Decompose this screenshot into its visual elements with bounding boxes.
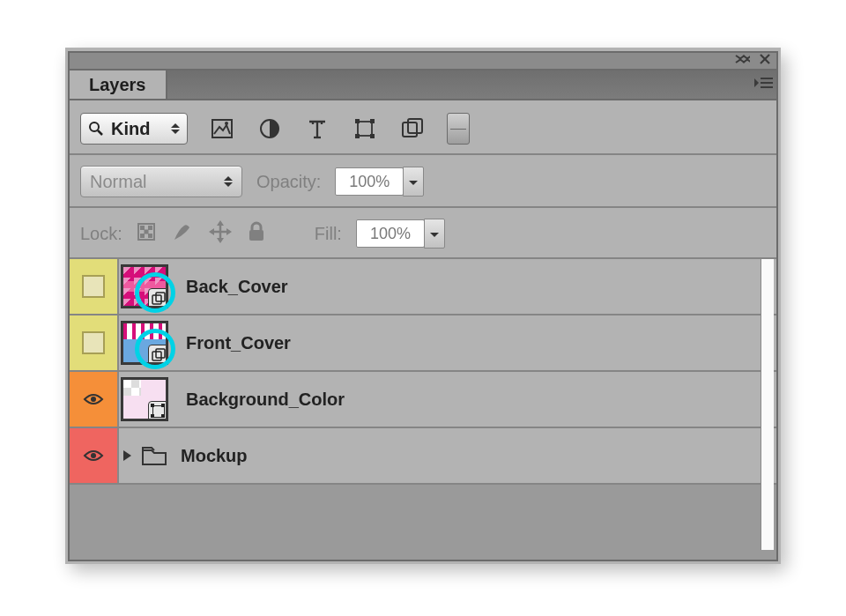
layer-visibility-toggle[interactable] <box>70 315 119 370</box>
blend-mode-dropdown[interactable]: Normal <box>80 166 242 197</box>
opacity-input[interactable]: 100% <box>335 167 424 197</box>
search-icon <box>81 121 111 137</box>
svg-point-44 <box>91 397 96 402</box>
group-disclosure-icon[interactable] <box>119 449 135 462</box>
svg-rect-42 <box>152 352 161 360</box>
svg-rect-25 <box>403 122 417 137</box>
svg-marker-36 <box>217 238 224 243</box>
layer-name[interactable]: Background_Color <box>186 390 345 410</box>
visibility-empty-icon <box>82 275 105 298</box>
svg-point-14 <box>90 122 99 131</box>
panel-menu-icon[interactable] <box>753 75 773 91</box>
svg-marker-46 <box>123 450 131 461</box>
filter-shape-icon[interactable] <box>352 115 378 142</box>
chevron-down-icon[interactable] <box>424 219 445 249</box>
tab-label: Layers <box>89 75 146 95</box>
fill-value: 100% <box>356 219 425 248</box>
shape-layer-badge-icon <box>148 401 167 420</box>
svg-rect-28 <box>140 226 145 230</box>
layer-row[interactable]: Background_Color <box>70 372 776 428</box>
layer-visibility-toggle[interactable] <box>70 428 119 483</box>
svg-marker-10 <box>754 78 759 87</box>
svg-rect-23 <box>355 134 360 138</box>
layer-name[interactable]: Back_Cover <box>186 277 288 297</box>
svg-rect-26 <box>408 119 422 133</box>
svg-rect-43 <box>156 349 165 358</box>
opacity-value: 100% <box>335 167 404 196</box>
svg-rect-30 <box>144 229 148 234</box>
svg-marker-35 <box>217 220 224 226</box>
filter-pixel-icon[interactable] <box>209 115 235 142</box>
svg-rect-40 <box>152 295 161 304</box>
filter-toggle[interactable] <box>447 113 470 145</box>
close-panel-icon[interactable] <box>757 51 773 67</box>
svg-point-45 <box>91 453 96 458</box>
layer-list: Back_Cover <box>70 259 776 485</box>
panel-tabstrip: Layers <box>70 71 776 100</box>
fill-label: Fill: <box>315 224 342 244</box>
layer-thumbnail[interactable] <box>122 322 167 364</box>
filter-adjustment-icon[interactable] <box>256 115 283 142</box>
filter-kind-dropdown[interactable]: Kind <box>80 113 188 145</box>
blend-mode-value: Normal <box>90 172 146 192</box>
layers-panel: Layers <box>65 48 781 564</box>
layer-name[interactable]: Front_Cover <box>186 333 291 353</box>
collapse-panel-icon[interactable] <box>734 51 750 67</box>
layer-name[interactable]: Mockup <box>181 446 248 466</box>
svg-marker-38 <box>226 228 232 235</box>
eye-icon <box>83 449 104 463</box>
svg-rect-24 <box>370 134 375 138</box>
layer-row[interactable]: Back_Cover <box>70 259 776 315</box>
svg-rect-31 <box>140 234 145 238</box>
svg-line-7 <box>739 59 745 63</box>
svg-rect-22 <box>370 119 375 123</box>
scrollbar[interactable] <box>761 259 774 550</box>
updown-icon <box>224 176 233 187</box>
filter-type-icon[interactable] <box>304 115 330 142</box>
folder-icon <box>141 445 167 466</box>
updown-icon <box>164 123 187 134</box>
svg-rect-41 <box>156 293 165 301</box>
layer-thumbnail[interactable] <box>122 265 167 308</box>
opacity-label: Opacity: <box>256 172 321 192</box>
lock-position-icon[interactable] <box>209 220 232 248</box>
svg-point-17 <box>225 122 228 125</box>
svg-rect-29 <box>148 226 152 230</box>
svg-rect-20 <box>358 122 372 136</box>
visibility-empty-icon <box>82 331 105 354</box>
filter-kind-label: Kind <box>111 119 164 139</box>
layer-thumbnail[interactable] <box>122 378 167 420</box>
layer-visibility-toggle[interactable] <box>70 372 119 427</box>
svg-rect-21 <box>355 119 360 123</box>
eye-icon <box>83 392 104 406</box>
smart-object-badge-icon <box>148 288 167 308</box>
layer-row[interactable]: Front_Cover <box>70 315 776 372</box>
lock-transparent-icon[interactable] <box>137 222 156 246</box>
svg-rect-32 <box>148 234 152 238</box>
lock-label: Lock: <box>80 224 122 244</box>
svg-rect-39 <box>249 230 263 241</box>
layer-visibility-toggle[interactable] <box>70 259 119 314</box>
lock-all-icon[interactable] <box>248 221 265 247</box>
layer-row[interactable]: Mockup <box>70 428 776 485</box>
svg-marker-37 <box>209 228 214 235</box>
smart-object-badge-icon <box>148 345 167 364</box>
chevron-down-icon[interactable] <box>403 167 424 197</box>
filter-smartobject-icon[interactable] <box>399 115 426 142</box>
fill-input[interactable]: 100% <box>356 219 445 249</box>
svg-line-15 <box>98 130 102 135</box>
tab-layers[interactable]: Layers <box>70 71 167 99</box>
panel-titlebar <box>70 53 776 71</box>
lock-pixels-icon[interactable] <box>172 222 193 246</box>
